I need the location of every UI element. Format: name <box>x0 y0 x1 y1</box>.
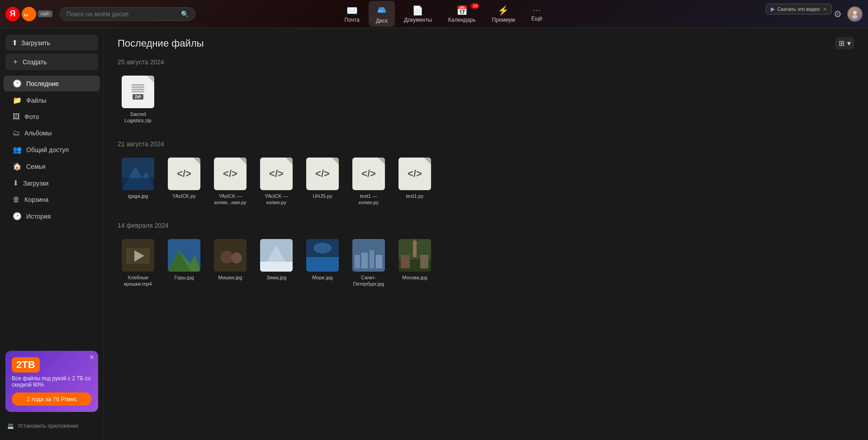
file-thumb-igaga <box>122 158 154 190</box>
create-button[interactable]: ＋ Создать <box>5 53 98 70</box>
file-card-moscow[interactable]: Москва.jpg <box>394 235 435 291</box>
premium-icon: ⚡ <box>498 5 509 16</box>
svg-rect-26 <box>370 250 374 268</box>
file-card-igaga[interactable]: igaga.jpg <box>118 154 158 210</box>
file-card-yaclick2[interactable]: </> YAclCK — копия...ния.py <box>210 154 251 210</box>
promo-close-icon[interactable]: ✕ <box>89 354 95 361</box>
zip-badge: ZIP <box>133 94 143 100</box>
top-banner[interactable]: ▶ Скачать это видео ✕ <box>766 4 832 14</box>
nav-more[interactable]: ··· Ещё <box>524 4 550 24</box>
promo-banner[interactable]: ✕ 2ТВ Все файлы под рукой с 2 ТБ со скид… <box>5 351 98 412</box>
file-card-mishki[interactable]: Мишки.jpg <box>210 235 251 291</box>
file-name-yaclick1: YAclCK.py <box>172 193 196 199</box>
sidebar-item-recent[interactable]: 🕐 Последние <box>4 76 100 91</box>
banner-text: Скачать это видео <box>778 6 820 12</box>
svg-point-16 <box>231 253 242 263</box>
nav-docs-label: Документы <box>404 17 432 23</box>
search-input[interactable] <box>66 10 177 18</box>
avatar[interactable] <box>847 6 863 22</box>
upload-button[interactable]: ⬆ Загрузить <box>5 35 98 51</box>
zip-line <box>132 89 144 90</box>
view-toggle[interactable]: ⊞ ▾ <box>835 37 854 49</box>
file-card-test1[interactable]: </> test1.py <box>394 154 435 210</box>
content-header: Последние файлы ⊞ ▾ <box>118 37 854 49</box>
zip-line <box>132 91 144 92</box>
file-name-sacred-zip: Sacred Logistics.zip <box>121 111 155 124</box>
svg-rect-21 <box>306 257 339 272</box>
file-thumb-test1: </> <box>398 158 431 190</box>
svg-text:ω: ω <box>24 12 28 17</box>
promo-subtitle: Все файлы под рукой с 2 ТБ со скидкой 80… <box>12 375 92 388</box>
file-card-hlebnye[interactable]: Хлебные крошки.mp4 <box>118 235 158 291</box>
sidebar-item-photos[interactable]: 🖼 Фото <box>4 109 100 124</box>
file-card-more[interactable]: Море.jpg <box>302 235 343 291</box>
file-card-yaclick3[interactable]: </> YAclCK — копия.py <box>256 154 297 210</box>
files-icon: 📁 <box>13 96 22 105</box>
main-layout: ⬆ Загрузить ＋ Создать 🕐 Последние 📁 Файл… <box>0 28 868 440</box>
svg-point-4 <box>852 15 858 19</box>
sidebar-item-albums[interactable]: 🗂 Альбомы <box>4 125 100 141</box>
file-name-test1: test1.py <box>406 193 424 199</box>
albums-icon: 🗂 <box>13 129 20 137</box>
plus-icon: ＋ <box>12 57 19 67</box>
install-app-link[interactable]: 💻 Установить приложение <box>0 419 104 433</box>
docs-icon: 📄 <box>412 5 423 16</box>
file-thumb-spb <box>352 239 385 272</box>
date-section-0: 25 августа 2024 ZIP Sacred Logistics.zip <box>118 58 854 128</box>
upload-label: Загрузить <box>21 39 50 47</box>
code-icon-test1: </> <box>408 168 422 180</box>
nav-mail-label: Почта <box>345 17 360 23</box>
nav-calendar[interactable]: 📅 Календарь 19 <box>441 2 483 26</box>
install-app-label: Установить приложение <box>18 423 79 429</box>
promo-button[interactable]: 2 года за 76 Р/мес <box>12 392 92 406</box>
file-name-spb: Санкт-Петербург.jpg <box>352 274 385 287</box>
photos-icon: 🖼 <box>13 113 20 121</box>
mail-icon: ✉️ <box>346 5 358 16</box>
svg-rect-32 <box>420 255 428 268</box>
downloads-icon: ⬇ <box>13 179 19 187</box>
file-card-sacred-zip[interactable]: ZIP Sacred Logistics.zip <box>118 72 158 128</box>
nav-premium[interactable]: ⚡ Премиум <box>484 2 522 26</box>
file-card-test1copy[interactable]: </> test1 — копия.py <box>348 154 389 210</box>
file-thumb-yaclick1: </> <box>168 158 200 190</box>
file-card-yaclick1[interactable]: </> YAclCK.py <box>164 154 204 210</box>
sidebar-item-family[interactable]: 🏠 Семья <box>4 158 100 174</box>
banner-close-icon[interactable]: ✕ <box>823 6 827 12</box>
calendar-icon: 📅 <box>456 5 468 16</box>
file-card-zima[interactable]: Зима.jpg <box>256 235 297 291</box>
file-name-mishki: Мишки.jpg <box>218 274 242 281</box>
sidebar-item-history[interactable]: 🕑 История <box>4 208 100 224</box>
sidebar-item-files[interactable]: 📁 Файлы <box>4 92 100 108</box>
file-thumb-hlebnye <box>122 239 154 272</box>
logo: Я ω лайт <box>5 7 52 21</box>
file-card-uhjs[interactable]: </> UHJS.py <box>302 154 343 210</box>
nav-disk[interactable]: Диск <box>369 1 395 27</box>
file-card-gory[interactable]: Горы.jpg <box>164 235 204 291</box>
sidebar-item-shared[interactable]: 👥 Общий доступ <box>4 142 100 158</box>
sidebar: ⬆ Загрузить ＋ Создать 🕐 Последние 📁 Файл… <box>0 28 104 440</box>
header: Я ω лайт 🔍 ✉️ Почта Диск � <box>0 0 868 28</box>
svg-rect-27 <box>376 255 382 268</box>
nav-premium-label: Премиум <box>492 17 515 23</box>
file-card-spb[interactable]: Санкт-Петербург.jpg <box>348 235 389 291</box>
nav-docs[interactable]: 📄 Документы <box>397 2 439 26</box>
settings-icon[interactable]: ⚙ <box>834 9 842 19</box>
disk-icon <box>376 4 387 17</box>
file-name-test1copy: test1 — копия.py <box>352 193 385 206</box>
sidebar-item-trash[interactable]: 🗑 Корзина <box>4 192 100 207</box>
create-label: Создать <box>23 58 47 66</box>
sidebar-item-downloads[interactable]: ⬇ Загрузки <box>4 175 100 191</box>
search-icon[interactable]: 🔍 <box>181 10 189 18</box>
file-name-zima: Зима.jpg <box>266 274 286 281</box>
nav-mail[interactable]: ✉️ Почта <box>337 2 367 26</box>
sidebar-item-photos-label: Фото <box>24 113 39 120</box>
date-label-0: 25 августа 2024 <box>118 58 854 66</box>
files-grid-1: igaga.jpg </> YAclCK.py </> YAclCK — коп… <box>118 154 854 210</box>
file-name-hlebnye: Хлебные крошки.mp4 <box>121 274 155 287</box>
nav-more-label: Ещё <box>531 15 542 22</box>
history-icon: 🕑 <box>13 212 22 220</box>
more-icon: ··· <box>533 6 541 14</box>
search-bar[interactable]: 🔍 <box>60 7 195 21</box>
upload-icon: ⬆ <box>12 38 18 47</box>
recent-icon: 🕐 <box>13 79 22 88</box>
